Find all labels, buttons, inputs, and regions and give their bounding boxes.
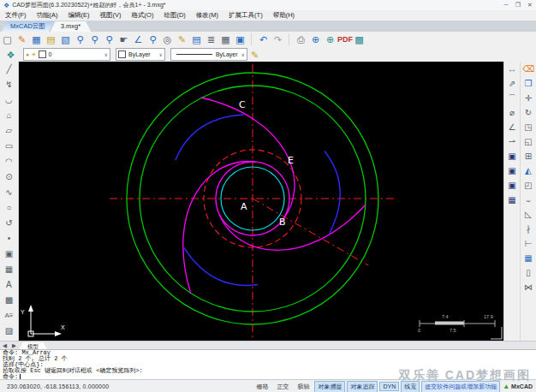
edit-drawing-icon[interactable]: ✎ — [15, 33, 29, 46]
block-grid-icon[interactable]: ▦ — [218, 33, 233, 46]
menu-help[interactable]: 帮助(H) — [268, 11, 300, 20]
toggle-object-track[interactable]: 对象追踪 — [347, 381, 378, 392]
menu-express-tools[interactable]: 扩展工具(T) — [223, 11, 268, 20]
print-icon[interactable]: ⎙ — [294, 33, 308, 46]
dim-style-icon[interactable]: ▦ — [504, 193, 520, 207]
revision-cloud-icon[interactable]: ↺ — [0, 216, 17, 231]
toggle-polar[interactable]: 极轴 — [294, 381, 313, 392]
extend-icon[interactable]: ⊢ — [521, 236, 536, 251]
text-icon[interactable]: A — [0, 277, 17, 293]
zoom-window-icon[interactable]: ⚲ — [87, 33, 102, 46]
move-icon[interactable]: ✛ — [521, 91, 536, 105]
zoom-dynamic-icon[interactable]: ⚲ — [102, 33, 116, 46]
erase-icon[interactable]: ⌫ — [521, 62, 536, 76]
layer-select[interactable]: ● ☀ 0 ∨ — [23, 48, 110, 61]
toggle-lineweight[interactable]: 线宽 — [401, 381, 420, 392]
menu-function[interactable]: 功能(A) — [32, 11, 63, 20]
trim-icon[interactable]: ∤ — [521, 222, 536, 236]
pan-icon[interactable]: ☛ — [116, 33, 131, 46]
tab-scroll-right-icon[interactable]: ▶ — [9, 342, 19, 349]
menu-view[interactable]: 视图(V) — [95, 11, 127, 20]
draw-pencil-icon[interactable]: ✎ — [175, 33, 189, 46]
arc-icon[interactable]: ◠ — [0, 154, 17, 169]
export-pdf-icon[interactable]: PDF — [337, 33, 352, 46]
stretch-icon[interactable]: ◱ — [521, 134, 536, 149]
dim-diameter-icon[interactable]: ⌀ — [504, 105, 520, 120]
toggle-ortho[interactable]: 正交 — [273, 381, 292, 392]
dim-radius-icon[interactable]: ⌒ — [504, 91, 520, 105]
rectangle-icon[interactable]: ▭ — [0, 139, 17, 154]
quick-dim-icon[interactable]: ▣ — [504, 149, 520, 163]
menu-draw[interactable]: 绘图(D) — [158, 11, 190, 20]
make-block-icon[interactable]: ▦ — [0, 262, 17, 277]
linetype-select[interactable]: ByLayer ∨ — [170, 48, 247, 61]
polygon-icon[interactable]: ⌂ — [0, 108, 17, 123]
drawing-canvas[interactable]: A B C E Y X — [19, 62, 503, 341]
color-select[interactable]: ByLayer ∨ — [116, 48, 165, 61]
save-as-icon[interactable]: ▧ — [58, 33, 73, 46]
rotate-icon[interactable]: ↻ — [521, 105, 536, 120]
minimize-button[interactable]: ─ — [500, 2, 512, 9]
insert-block-icon[interactable]: ▣ — [0, 246, 17, 262]
undo-icon[interactable]: ↶ — [256, 33, 271, 46]
feedback-link[interactable]: 提交软件问题或增加新功能 — [421, 381, 500, 392]
circle-icon[interactable]: ⊙ — [0, 169, 17, 185]
dim-baseline-icon[interactable]: ▣ — [504, 163, 520, 178]
break-icon[interactable]: ▯ — [521, 265, 536, 280]
document-tab-active[interactable]: 3.mxg* — [51, 21, 91, 32]
box-3d-icon[interactable]: ▦ — [521, 251, 536, 265]
measure-icon[interactable]: ∠ — [131, 33, 146, 46]
arc-3pt-icon[interactable]: ◡ — [0, 92, 17, 108]
redo-icon[interactable]: ↷ — [271, 33, 285, 46]
polyline-icon[interactable]: ↯ — [0, 77, 17, 92]
mirror-icon[interactable]: ◭ — [521, 163, 536, 178]
mxcad-cloud-tab[interactable]: MxCAD云图 — [2, 21, 54, 32]
leader-icon[interactable]: ⇀ — [504, 134, 520, 149]
web-publish-icon[interactable]: ⊕ — [308, 33, 323, 46]
export-image-icon[interactable]: ▩ — [352, 33, 366, 46]
web-settings-icon[interactable]: ⊕ — [323, 33, 337, 46]
spline-icon[interactable]: ∿ — [0, 185, 17, 200]
offset-icon[interactable]: ◰ — [521, 178, 536, 193]
ellipse-icon[interactable]: ○ — [0, 200, 17, 216]
command-line-area[interactable]: 命令: Mx_Array 找到 2 个, 总计 2 个 选择{中心点}: 拾取或… — [0, 349, 536, 379]
hatch-icon[interactable]: ▨ — [0, 324, 17, 339]
toggle-grid[interactable]: 栅格 — [253, 381, 271, 392]
menu-modify[interactable]: 修改(M) — [191, 11, 223, 20]
toggle-dyn[interactable]: DYN — [379, 382, 399, 391]
dim-linear-icon[interactable]: ↔ — [504, 62, 520, 76]
tab-scroll-left-icon[interactable]: ◀ — [0, 342, 9, 349]
line-icon[interactable]: ╱ — [0, 62, 17, 77]
zoom-object-icon[interactable]: ⚲ — [146, 33, 160, 46]
dim-aligned-icon[interactable]: ⇗ — [504, 76, 520, 91]
copy-icon[interactable]: ❐ — [521, 76, 536, 91]
toggle-object-snap[interactable]: 对象捕捉 — [314, 381, 345, 392]
menu-file[interactable]: 文件(F) — [0, 11, 32, 20]
menu-edit[interactable]: 编辑(E) — [63, 11, 95, 20]
menu-format[interactable]: 格式(O) — [127, 11, 159, 20]
dim-continue-icon[interactable]: ▣ — [504, 178, 520, 193]
layer-manager-icon[interactable]: ❖ — [3, 48, 18, 62]
save-block-icon[interactable]: ▣ — [233, 33, 247, 46]
drawing-area[interactable]: A B C E Y X — [19, 62, 503, 341]
image-icon[interactable]: ▩ — [0, 293, 17, 308]
chamfer-icon[interactable]: ◺ — [521, 207, 536, 222]
layer-list-icon[interactable]: ≣ — [204, 33, 218, 46]
array-icon[interactable]: ⊞ — [521, 149, 536, 163]
mtext-icon[interactable]: A≡ — [0, 308, 17, 324]
draworder-pencil-icon[interactable]: ✎ — [247, 48, 262, 62]
close-button[interactable]: ✕ — [524, 2, 536, 9]
dim-angular-icon[interactable]: ∠ — [504, 120, 520, 134]
point-icon[interactable]: • — [0, 231, 17, 246]
fillet-icon[interactable]: ⌣ — [521, 193, 536, 207]
zoom-in-icon[interactable]: ⚲ — [73, 33, 87, 46]
scale-icon[interactable]: ◳ — [521, 120, 536, 134]
maximize-button[interactable]: ❐ — [512, 2, 524, 9]
new-file-icon[interactable]: ▢ — [0, 33, 15, 46]
save-icon[interactable]: ▦ — [29, 33, 44, 46]
properties-icon[interactable]: ▤ — [189, 33, 204, 46]
join-icon[interactable]: ⋈ — [521, 280, 536, 294]
open-icon[interactable]: ▤ — [44, 33, 58, 46]
poly-shape-icon[interactable]: ▱ — [0, 123, 17, 139]
find-icon[interactable]: ◎ — [160, 33, 175, 46]
